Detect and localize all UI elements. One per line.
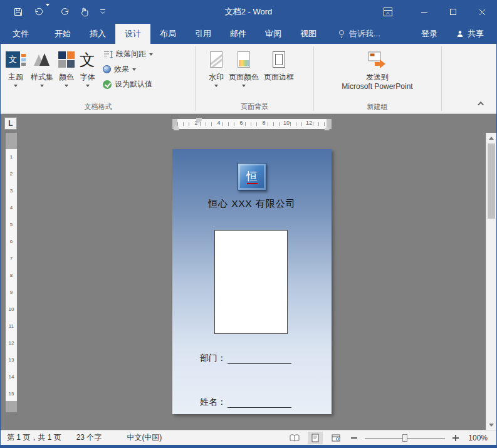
- colors-icon: [58, 46, 75, 73]
- print-layout-button[interactable]: [308, 432, 323, 444]
- read-mode-icon: [290, 434, 300, 442]
- tab-selector[interactable]: L: [4, 117, 17, 130]
- watermark-label: 水印: [209, 73, 224, 82]
- zoom-percentage[interactable]: 100%: [466, 434, 488, 442]
- fonts-button[interactable]: 文 字体: [77, 44, 98, 100]
- paragraph-spacing-button[interactable]: 段落间距: [103, 49, 153, 60]
- name-blank-line: [228, 399, 291, 408]
- tab-layout[interactable]: 布局: [150, 24, 186, 44]
- tab-references[interactable]: 引用: [186, 24, 221, 44]
- page-borders-icon: [273, 46, 285, 73]
- vertical-ruler[interactable]: 1 2 3 4 5 6 7 8 9 10 11 12 13 14 15: [6, 133, 17, 412]
- ruler-number: 1: [6, 154, 17, 160]
- tab-mailings[interactable]: 邮件: [221, 24, 256, 44]
- effects-button[interactable]: 效果: [103, 64, 153, 75]
- vertical-scrollbar[interactable]: [486, 133, 496, 430]
- page-color-button[interactable]: 页面颜色: [226, 44, 261, 100]
- zoom-out-icon: [351, 437, 357, 439]
- tab-view[interactable]: 视图: [291, 24, 326, 44]
- ruler-number: 6: [6, 239, 17, 244]
- share-label: 共享: [468, 28, 484, 39]
- doc-format-small-buttons: 段落间距 效果 设为默认值: [98, 44, 153, 100]
- zoom-in-button[interactable]: [451, 433, 461, 443]
- scroll-down-button[interactable]: [486, 420, 496, 430]
- tell-me-label: 告诉我...: [349, 28, 380, 39]
- zoom-slider-thumb[interactable]: [402, 434, 407, 442]
- lightbulb-icon: [338, 29, 345, 39]
- tab-design[interactable]: 设计: [115, 24, 150, 44]
- send-to-powerpoint-button[interactable]: 发送到 Microsoft PowerPoint: [318, 44, 437, 100]
- minimize-icon: [421, 12, 427, 13]
- zoom-out-button[interactable]: [349, 433, 359, 443]
- sign-in-button[interactable]: 登录: [412, 24, 447, 44]
- tab-file[interactable]: 文件: [1, 24, 41, 44]
- effects-label: 效果: [114, 64, 129, 75]
- tab-home[interactable]: 开始: [45, 24, 80, 44]
- watermark-button[interactable]: 水印: [206, 44, 226, 100]
- ruler-number: 15: [6, 391, 17, 397]
- save-button[interactable]: [13, 7, 23, 17]
- window-controls: [376, 0, 496, 24]
- language-indicator[interactable]: 中文(中国): [127, 432, 162, 443]
- page-borders-button[interactable]: 页面边框: [261, 44, 296, 100]
- ruler-number: 6: [239, 120, 243, 126]
- close-button[interactable]: [468, 0, 496, 24]
- maximize-button[interactable]: [439, 0, 468, 24]
- effects-icon: [103, 65, 111, 73]
- status-bar: 第 1 页，共 1 页 23 个字 中文(中国) 100%: [1, 430, 496, 445]
- group-label-new-group: 新建组: [315, 102, 439, 112]
- style-set-label: 样式集: [31, 73, 53, 82]
- title-bar: 文档2 - Word: [1, 0, 496, 24]
- page-color-icon: [238, 46, 250, 73]
- tell-me-box[interactable]: 告诉我...: [328, 24, 390, 44]
- chevron-down-icon: [132, 68, 136, 71]
- ruler-number: 10: [6, 306, 17, 312]
- tab-review[interactable]: 审阅: [256, 24, 291, 44]
- colors-button[interactable]: 颜色: [56, 44, 77, 100]
- ribbon-display-options-icon: [383, 7, 393, 17]
- ruler-number: 13: [6, 357, 17, 363]
- style-set-button[interactable]: 样式集: [28, 44, 56, 100]
- name-field: 姓名：: [200, 397, 291, 408]
- web-layout-button[interactable]: [328, 432, 343, 444]
- department-label: 部门：: [200, 353, 226, 364]
- document-page[interactable]: 恒 恒心 XXX 有限公司 部门： 姓名：: [172, 149, 332, 414]
- share-button[interactable]: 共享: [447, 24, 496, 44]
- undo-button[interactable]: [34, 8, 44, 16]
- chevron-down-icon: [40, 85, 44, 87]
- ruler-number: 9: [6, 289, 17, 295]
- window-frame-bottom: [1, 445, 496, 448]
- ribbon-tab-bar: 文件 开始 插入 设计 布局 引用 邮件 审阅 视图 告诉我... 登录 共享: [1, 24, 496, 44]
- zoom-slider[interactable]: [365, 433, 445, 443]
- minimize-button[interactable]: [410, 0, 439, 24]
- horizontal-ruler[interactable]: 2 4 6 8 10 12: [172, 119, 332, 129]
- themes-button[interactable]: 文 主题: [3, 44, 28, 100]
- word-count[interactable]: 23 个字: [76, 432, 102, 443]
- group-label-doc-formatting: 文档格式: [3, 102, 193, 112]
- qat-customize-button[interactable]: [100, 9, 106, 15]
- chevron-down-icon: [149, 53, 153, 56]
- set-as-default-button[interactable]: 设为默认值: [103, 79, 153, 90]
- scrollbar-thumb[interactable]: [488, 143, 495, 219]
- save-icon: [13, 7, 23, 17]
- read-mode-button[interactable]: [287, 432, 302, 444]
- collapse-ribbon-button[interactable]: [475, 98, 488, 108]
- ruler-ticks: [177, 122, 327, 126]
- page-indicator[interactable]: 第 1 页，共 1 页: [7, 432, 61, 443]
- undo-dropdown-button[interactable]: [46, 6, 50, 18]
- department-blank-line: [228, 355, 291, 364]
- redo-button[interactable]: [60, 8, 70, 16]
- touch-mode-button[interactable]: [80, 7, 89, 17]
- send-to-powerpoint-icon: [368, 46, 387, 73]
- scroll-up-button[interactable]: [486, 133, 496, 143]
- watermark-icon: [210, 46, 222, 73]
- tab-insert[interactable]: 插入: [80, 24, 115, 44]
- left-indent-marker[interactable]: [174, 128, 179, 130]
- ribbon-display-options-button[interactable]: [376, 0, 400, 24]
- quick-access-toolbar: [13, 0, 106, 24]
- group-new-group: 发送到 Microsoft PowerPoint 新建组: [315, 44, 439, 113]
- chevron-down-icon: [242, 85, 246, 87]
- ruler-number: 10: [283, 120, 290, 126]
- ruler-row: L 2 4 6 8 10 12: [1, 114, 496, 133]
- right-indent-marker[interactable]: [324, 125, 330, 130]
